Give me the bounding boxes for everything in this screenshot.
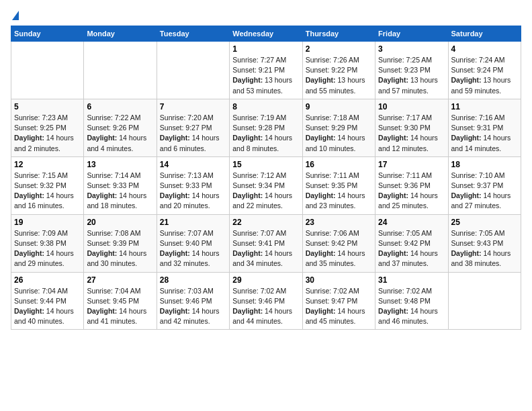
empty-cell xyxy=(11,42,84,99)
day-number: 18 xyxy=(451,160,518,169)
week-row-5: 26Sunrise: 7:04 AMSunset: 9:44 PMDayligh… xyxy=(11,272,521,330)
day-cell-27: 27Sunrise: 7:04 AMSunset: 9:45 PMDayligh… xyxy=(84,272,157,330)
day-info: Sunrise: 7:02 AMSunset: 9:46 PMDaylight:… xyxy=(232,286,299,327)
logo xyxy=(11,11,19,20)
day-cell-21: 21Sunrise: 7:07 AMSunset: 9:40 PMDayligh… xyxy=(157,214,229,272)
day-number: 26 xyxy=(14,275,81,285)
day-cell-5: 5Sunrise: 7:23 AMSunset: 9:25 PMDaylight… xyxy=(11,99,84,156)
day-cell-29: 29Sunrise: 7:02 AMSunset: 9:46 PMDayligh… xyxy=(230,272,302,330)
day-info: Sunrise: 7:05 AMSunset: 9:43 PMDaylight:… xyxy=(451,228,518,269)
day-info: Sunrise: 7:04 AMSunset: 9:44 PMDaylight:… xyxy=(14,286,81,327)
day-cell-3: 3Sunrise: 7:25 AMSunset: 9:23 PMDaylight… xyxy=(375,42,448,99)
day-number: 8 xyxy=(232,102,299,111)
day-number: 28 xyxy=(160,275,226,285)
day-number: 11 xyxy=(451,102,518,111)
day-info: Sunrise: 7:13 AMSunset: 9:33 PMDaylight:… xyxy=(160,171,226,212)
day-cell-9: 9Sunrise: 7:18 AMSunset: 9:29 PMDaylight… xyxy=(302,99,375,156)
day-info: Sunrise: 7:10 AMSunset: 9:37 PMDaylight:… xyxy=(451,171,518,212)
day-cell-23: 23Sunrise: 7:06 AMSunset: 9:42 PMDayligh… xyxy=(302,214,375,272)
day-info: Sunrise: 7:18 AMSunset: 9:29 PMDaylight:… xyxy=(306,113,372,154)
day-cell-4: 4Sunrise: 7:24 AMSunset: 9:24 PMDaylight… xyxy=(448,42,521,99)
weekday-header-saturday: Saturday xyxy=(448,26,521,42)
day-info: Sunrise: 7:27 AMSunset: 9:21 PMDaylight:… xyxy=(232,55,299,96)
day-number: 19 xyxy=(14,218,81,227)
logo-triangle-icon xyxy=(12,11,19,20)
day-info: Sunrise: 7:22 AMSunset: 9:26 PMDaylight:… xyxy=(87,113,153,154)
day-info: Sunrise: 7:11 AMSunset: 9:36 PMDaylight:… xyxy=(378,171,445,212)
day-info: Sunrise: 7:05 AMSunset: 9:42 PMDaylight:… xyxy=(378,228,445,269)
day-number: 2 xyxy=(306,44,372,54)
day-info: Sunrise: 7:24 AMSunset: 9:24 PMDaylight:… xyxy=(451,55,518,96)
day-info: Sunrise: 7:11 AMSunset: 9:35 PMDaylight:… xyxy=(306,171,372,212)
day-cell-7: 7Sunrise: 7:20 AMSunset: 9:27 PMDaylight… xyxy=(157,99,229,156)
day-cell-30: 30Sunrise: 7:02 AMSunset: 9:47 PMDayligh… xyxy=(302,272,375,330)
day-cell-25: 25Sunrise: 7:05 AMSunset: 9:43 PMDayligh… xyxy=(448,214,521,272)
weekday-header-friday: Friday xyxy=(375,26,448,42)
day-cell-10: 10Sunrise: 7:17 AMSunset: 9:30 PMDayligh… xyxy=(375,99,448,156)
day-number: 29 xyxy=(232,275,299,285)
day-info: Sunrise: 7:08 AMSunset: 9:39 PMDaylight:… xyxy=(87,228,153,269)
day-cell-18: 18Sunrise: 7:10 AMSunset: 9:37 PMDayligh… xyxy=(448,156,521,214)
weekday-header-sunday: Sunday xyxy=(11,26,84,42)
day-info: Sunrise: 7:15 AMSunset: 9:32 PMDaylight:… xyxy=(14,171,81,212)
day-cell-31: 31Sunrise: 7:02 AMSunset: 9:48 PMDayligh… xyxy=(375,272,448,330)
page-header xyxy=(11,11,521,20)
calendar-table: SundayMondayTuesdayWednesdayThursdayFrid… xyxy=(11,26,521,330)
day-cell-15: 15Sunrise: 7:12 AMSunset: 9:34 PMDayligh… xyxy=(230,156,302,214)
week-row-2: 5Sunrise: 7:23 AMSunset: 9:25 PMDaylight… xyxy=(11,99,521,156)
day-cell-2: 2Sunrise: 7:26 AMSunset: 9:22 PMDaylight… xyxy=(302,42,375,99)
weekday-header-thursday: Thursday xyxy=(302,26,375,42)
day-number: 23 xyxy=(306,218,372,227)
day-info: Sunrise: 7:26 AMSunset: 9:22 PMDaylight:… xyxy=(306,55,372,96)
day-info: Sunrise: 7:14 AMSunset: 9:33 PMDaylight:… xyxy=(87,171,153,212)
day-cell-8: 8Sunrise: 7:19 AMSunset: 9:28 PMDaylight… xyxy=(230,99,302,156)
day-cell-6: 6Sunrise: 7:22 AMSunset: 9:26 PMDaylight… xyxy=(84,99,157,156)
weekday-header-row: SundayMondayTuesdayWednesdayThursdayFrid… xyxy=(11,26,521,42)
day-info: Sunrise: 7:06 AMSunset: 9:42 PMDaylight:… xyxy=(306,228,372,269)
day-number: 25 xyxy=(451,218,518,227)
day-number: 10 xyxy=(378,102,445,111)
day-info: Sunrise: 7:25 AMSunset: 9:23 PMDaylight:… xyxy=(378,55,445,96)
week-row-1: 1Sunrise: 7:27 AMSunset: 9:21 PMDaylight… xyxy=(11,42,521,99)
day-info: Sunrise: 7:20 AMSunset: 9:27 PMDaylight:… xyxy=(160,113,226,154)
day-info: Sunrise: 7:02 AMSunset: 9:48 PMDaylight:… xyxy=(378,286,445,327)
day-number: 22 xyxy=(232,218,299,227)
day-cell-12: 12Sunrise: 7:15 AMSunset: 9:32 PMDayligh… xyxy=(11,156,84,214)
day-cell-24: 24Sunrise: 7:05 AMSunset: 9:42 PMDayligh… xyxy=(375,214,448,272)
day-number: 6 xyxy=(87,102,153,111)
day-cell-28: 28Sunrise: 7:03 AMSunset: 9:46 PMDayligh… xyxy=(157,272,229,330)
week-row-4: 19Sunrise: 7:09 AMSunset: 9:38 PMDayligh… xyxy=(11,214,521,272)
day-cell-19: 19Sunrise: 7:09 AMSunset: 9:38 PMDayligh… xyxy=(11,214,84,272)
weekday-header-tuesday: Tuesday xyxy=(157,26,229,42)
day-cell-17: 17Sunrise: 7:11 AMSunset: 9:36 PMDayligh… xyxy=(375,156,448,214)
day-number: 9 xyxy=(306,102,372,111)
day-number: 30 xyxy=(306,275,372,285)
day-number: 12 xyxy=(14,160,81,169)
day-number: 14 xyxy=(160,160,226,169)
day-number: 15 xyxy=(232,160,299,169)
day-number: 5 xyxy=(14,102,81,111)
weekday-header-wednesday: Wednesday xyxy=(230,26,302,42)
day-cell-26: 26Sunrise: 7:04 AMSunset: 9:44 PMDayligh… xyxy=(11,272,84,330)
day-number: 3 xyxy=(378,44,445,54)
day-cell-16: 16Sunrise: 7:11 AMSunset: 9:35 PMDayligh… xyxy=(302,156,375,214)
day-number: 21 xyxy=(160,218,226,227)
day-cell-1: 1Sunrise: 7:27 AMSunset: 9:21 PMDaylight… xyxy=(230,42,302,99)
day-info: Sunrise: 7:23 AMSunset: 9:25 PMDaylight:… xyxy=(14,113,81,154)
day-info: Sunrise: 7:17 AMSunset: 9:30 PMDaylight:… xyxy=(378,113,445,154)
empty-cell xyxy=(157,42,229,99)
day-info: Sunrise: 7:04 AMSunset: 9:45 PMDaylight:… xyxy=(87,286,153,327)
weekday-header-monday: Monday xyxy=(84,26,157,42)
day-number: 17 xyxy=(378,160,445,169)
day-number: 31 xyxy=(378,275,445,285)
day-info: Sunrise: 7:19 AMSunset: 9:28 PMDaylight:… xyxy=(232,113,299,154)
day-number: 16 xyxy=(306,160,372,169)
day-info: Sunrise: 7:09 AMSunset: 9:38 PMDaylight:… xyxy=(14,228,81,269)
day-info: Sunrise: 7:07 AMSunset: 9:41 PMDaylight:… xyxy=(232,228,299,269)
day-number: 4 xyxy=(451,44,518,54)
day-cell-22: 22Sunrise: 7:07 AMSunset: 9:41 PMDayligh… xyxy=(230,214,302,272)
day-info: Sunrise: 7:16 AMSunset: 9:31 PMDaylight:… xyxy=(451,113,518,154)
day-number: 27 xyxy=(87,275,153,285)
day-cell-20: 20Sunrise: 7:08 AMSunset: 9:39 PMDayligh… xyxy=(84,214,157,272)
day-number: 20 xyxy=(87,218,153,227)
